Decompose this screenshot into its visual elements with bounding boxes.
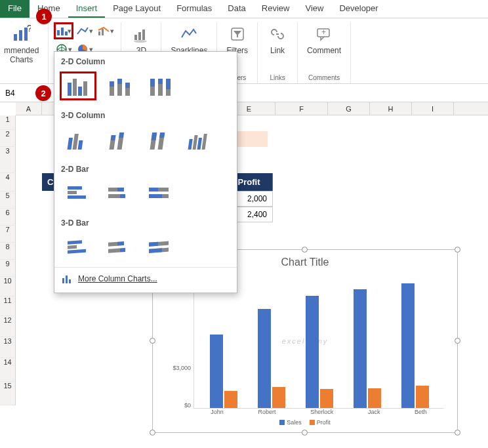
bar-sales[interactable] xyxy=(258,309,271,408)
3d-clustered-column-option[interactable] xyxy=(60,125,96,154)
3d-stacked100-bar-option[interactable] xyxy=(141,233,178,262)
3d-column-option[interactable] xyxy=(182,125,218,154)
resize-handle[interactable] xyxy=(150,338,155,344)
bar-profit[interactable] xyxy=(224,391,237,408)
col-a[interactable]: A xyxy=(16,102,42,115)
row-8[interactable]: 8 xyxy=(0,243,16,260)
row-headers: 1 2 3 4 5 6 7 8 9 10 11 12 13 14 15 xyxy=(0,115,16,405)
row-9[interactable]: 9 xyxy=(0,260,16,277)
resize-handle[interactable] xyxy=(150,430,155,436)
tab-developer[interactable]: Developer xyxy=(331,0,386,18)
tab-pagelayout[interactable]: Page Layout xyxy=(105,0,169,18)
ribbon-tabs: File Home Insert Page Layout Formulas Da… xyxy=(0,0,488,18)
svg-rect-21 xyxy=(83,81,87,96)
bar-group-robert xyxy=(258,309,285,408)
bar-sales[interactable] xyxy=(306,296,319,408)
links-label: Links xyxy=(270,74,285,83)
x-axis-labels: John Robert Sherlock Jack Beth xyxy=(193,409,444,415)
row-4[interactable]: 4 xyxy=(0,173,16,192)
svg-rect-73 xyxy=(69,279,71,283)
clustered-bar-option[interactable] xyxy=(60,179,96,208)
3d-clustered-bar-option[interactable] xyxy=(60,233,96,262)
svg-rect-44 xyxy=(159,132,165,138)
svg-rect-57 xyxy=(149,188,158,192)
row-12[interactable]: 12 xyxy=(0,316,16,337)
resize-handle[interactable] xyxy=(302,247,308,253)
more-column-charts-button[interactable]: More Column Charts... xyxy=(54,267,237,290)
col-f[interactable]: F xyxy=(275,102,328,115)
bar-group-beth xyxy=(401,283,429,408)
bar-profit[interactable] xyxy=(416,386,429,408)
svg-rect-38 xyxy=(110,135,115,140)
svg-rect-40 xyxy=(119,132,124,138)
tab-file[interactable]: File xyxy=(0,0,30,18)
row-13[interactable]: 13 xyxy=(0,337,16,358)
row-5[interactable]: 5 xyxy=(0,192,16,209)
svg-rect-63 xyxy=(108,242,117,247)
3d-stacked-column-option[interactable] xyxy=(100,125,137,154)
row-11[interactable]: 11 xyxy=(0,296,16,316)
row-14[interactable]: 14 xyxy=(0,358,16,382)
tab-insert[interactable]: Insert xyxy=(68,0,106,18)
bar-profit[interactable] xyxy=(368,388,381,408)
section-3d-bar: 3-D Bar xyxy=(54,213,237,230)
tab-data[interactable]: Data xyxy=(220,0,253,18)
group-links: Link Links xyxy=(258,22,298,83)
tab-view[interactable]: View xyxy=(297,0,331,18)
stacked100-bar-option[interactable] xyxy=(141,179,178,208)
bar-sales[interactable] xyxy=(401,283,415,408)
col-i[interactable]: I xyxy=(412,102,454,115)
svg-rect-34 xyxy=(68,138,73,150)
col-h[interactable]: H xyxy=(370,102,412,115)
svg-rect-19 xyxy=(73,79,77,96)
3d-stacked100-column-option[interactable] xyxy=(141,125,178,154)
col-g[interactable]: G xyxy=(328,102,370,115)
resize-handle[interactable] xyxy=(455,430,460,436)
tab-formulas[interactable]: Formulas xyxy=(169,0,220,18)
chart-legend: Sales Profit xyxy=(153,415,457,426)
clustered-column-option[interactable] xyxy=(60,71,96,100)
svg-rect-61 xyxy=(68,245,77,249)
group-comments: + Comment Comments xyxy=(298,22,351,83)
stacked-bar-option[interactable] xyxy=(100,179,137,208)
resize-handle[interactable] xyxy=(455,247,460,253)
svg-rect-46 xyxy=(193,135,198,150)
tab-review[interactable]: Review xyxy=(254,0,298,18)
callout-marker-2: 2 xyxy=(35,85,51,101)
bar-sales[interactable] xyxy=(354,289,367,408)
row-10[interactable]: 10 xyxy=(0,277,16,296)
svg-rect-50 xyxy=(68,191,77,194)
bar-profit[interactable] xyxy=(272,387,285,408)
row-2[interactable]: 2 xyxy=(0,130,16,147)
insert-column-chart-button[interactable]: ▾ xyxy=(54,22,73,39)
svg-rect-25 xyxy=(117,79,122,84)
resize-handle[interactable] xyxy=(302,430,308,436)
insert-line-chart-button[interactable]: ▾ xyxy=(75,22,94,39)
bar-sales[interactable] xyxy=(210,335,223,408)
filters-icon xyxy=(227,24,248,45)
resize-handle[interactable] xyxy=(455,338,460,344)
header-col1: C xyxy=(42,173,55,191)
comment-button[interactable]: + Comment xyxy=(303,22,345,56)
svg-rect-5 xyxy=(61,28,64,35)
svg-rect-20 xyxy=(78,87,82,96)
svg-rect-7 xyxy=(98,31,100,35)
svg-rect-33 xyxy=(166,79,171,89)
sparklines-icon xyxy=(178,24,199,45)
row-15[interactable]: 15 xyxy=(0,382,16,405)
bar-profit[interactable] xyxy=(320,389,333,408)
svg-rect-6 xyxy=(65,31,68,35)
link-button[interactable]: Link xyxy=(263,22,292,56)
chart-type-dropdown: 2-D Column 3-D Column 2-D Bar 3-D Bar Mo… xyxy=(54,51,237,293)
svg-rect-49 xyxy=(68,186,82,190)
stacked100-column-option[interactable] xyxy=(141,71,178,100)
svg-text:+: + xyxy=(321,28,326,37)
row-7[interactable]: 7 xyxy=(0,226,16,243)
row-6[interactable]: 6 xyxy=(0,209,16,226)
3d-stacked-bar-option[interactable] xyxy=(100,233,137,262)
row-3[interactable]: 3 xyxy=(0,147,16,173)
row-1[interactable]: 1 xyxy=(0,115,16,130)
recommended-charts-button[interactable]: ? mmended Charts xyxy=(0,22,43,66)
insert-combo-chart-button[interactable]: ▾ xyxy=(96,22,115,39)
stacked-column-option[interactable] xyxy=(100,71,137,100)
